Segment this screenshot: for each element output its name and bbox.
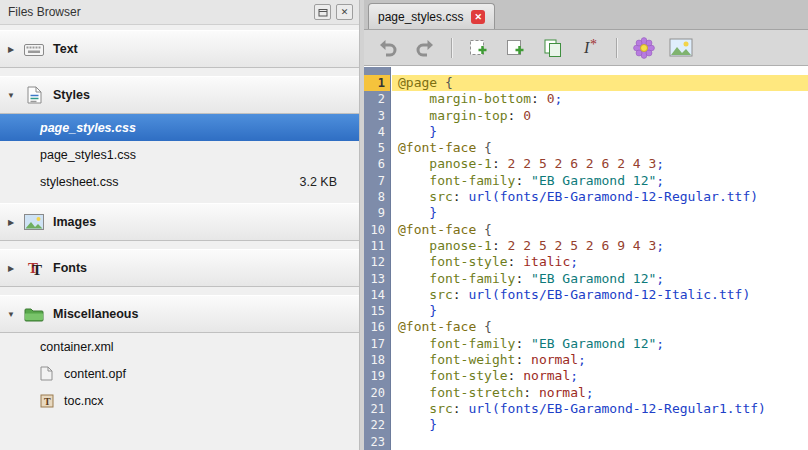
tab-bar: page_styles.css ✕ bbox=[364, 0, 808, 30]
line-number: 21 bbox=[364, 401, 390, 417]
line-number: 14 bbox=[364, 287, 390, 303]
section-label: Styles bbox=[53, 88, 90, 102]
add-existing-file-icon bbox=[468, 37, 490, 59]
file-item-content.opf[interactable]: content.opf bbox=[0, 360, 359, 387]
line-number: 17 bbox=[364, 336, 390, 352]
special-characters-flower-button[interactable] bbox=[630, 34, 658, 62]
add-blank-file-button[interactable] bbox=[502, 34, 530, 62]
chevron-down-icon[interactable]: ▼ bbox=[0, 91, 22, 100]
tab-page-styles-css[interactable]: page_styles.css ✕ bbox=[368, 3, 495, 29]
file-tree: ▶Text▼Stylespage_styles.csspage_styles1.… bbox=[0, 25, 359, 450]
add-existing-file-button[interactable] bbox=[465, 34, 493, 62]
code-line-8[interactable]: src: url(fonts/EB-Garamond-12-Regular.tt… bbox=[392, 189, 808, 205]
undo-icon bbox=[377, 37, 399, 59]
sidebar-item-misc[interactable]: ▼Miscellaneous bbox=[0, 295, 359, 333]
file-item-page_styles1.css[interactable]: page_styles1.css bbox=[0, 141, 359, 168]
special-characters-flower-icon bbox=[633, 37, 655, 59]
line-number: 5 bbox=[364, 140, 390, 156]
app-window: Files Browser ✕ ▶Text▼Stylespage_styles.… bbox=[0, 0, 808, 450]
file-item-stylesheet.css[interactable]: stylesheet.css3.2 KB bbox=[0, 168, 359, 195]
code-line-20[interactable]: font-stretch: normal; bbox=[392, 385, 808, 401]
font-t-icon: TT bbox=[22, 258, 46, 278]
line-number: 10 bbox=[364, 222, 390, 238]
code-line-10[interactable]: @font-face { bbox=[392, 222, 808, 238]
code-line-15[interactable]: } bbox=[392, 303, 808, 319]
sidebar-item-styles[interactable]: ▼Styles bbox=[0, 76, 359, 114]
code-line-3[interactable]: margin-top: 0 bbox=[392, 108, 808, 124]
insert-image-button[interactable] bbox=[667, 34, 695, 62]
line-number: 2 bbox=[364, 91, 390, 107]
code-line-16[interactable]: @font-face { bbox=[392, 319, 808, 335]
t-doc-icon: T bbox=[40, 394, 58, 408]
tree-section-misc: ▼Miscellaneouscontainer.xmlcontent.opfTt… bbox=[0, 295, 359, 414]
files-browser-panel: Files Browser ✕ ▶Text▼Stylespage_styles.… bbox=[0, 0, 360, 450]
file-item-toc.ncx[interactable]: Ttoc.ncx bbox=[0, 387, 359, 414]
folder-icon bbox=[22, 304, 46, 324]
code-line-18[interactable]: font-weight: normal; bbox=[392, 352, 808, 368]
code-line-1[interactable]: @page { bbox=[392, 75, 808, 91]
sidebar-item-fonts[interactable]: ▶TTFonts bbox=[0, 249, 359, 287]
redo-icon bbox=[414, 37, 436, 59]
code-line-22[interactable]: } bbox=[392, 417, 808, 433]
code-editor[interactable]: 1234567891011121314151617181920212223 @p… bbox=[364, 67, 808, 450]
chevron-right-icon[interactable]: ▶ bbox=[0, 218, 22, 227]
chevron-right-icon[interactable]: ▶ bbox=[0, 264, 22, 273]
svg-text:T: T bbox=[32, 262, 42, 278]
code-line-5[interactable]: @font-face { bbox=[392, 140, 808, 156]
line-number: 11 bbox=[364, 238, 390, 254]
code-line-6[interactable]: panose-1: 2 2 5 2 6 2 6 2 4 3; bbox=[392, 156, 808, 172]
code-line-4[interactable]: } bbox=[392, 124, 808, 140]
file-name: page_styles.css bbox=[40, 121, 136, 135]
chevron-right-icon[interactable]: ▶ bbox=[0, 45, 22, 54]
code-line-7[interactable]: font-family: "EB Garamond 12"; bbox=[392, 173, 808, 189]
files-browser-titlebar: Files Browser ✕ bbox=[0, 0, 359, 25]
file-name: container.xml bbox=[40, 340, 114, 354]
code-line-13[interactable]: font-family: "EB Garamond 12"; bbox=[392, 271, 808, 287]
copy-button[interactable] bbox=[539, 34, 567, 62]
line-number: 9 bbox=[364, 205, 390, 221]
float-icon bbox=[318, 8, 328, 17]
chevron-down-icon[interactable]: ▼ bbox=[0, 310, 22, 319]
sidebar-item-text[interactable]: ▶Text bbox=[0, 30, 359, 68]
code-line-9[interactable]: } bbox=[392, 205, 808, 221]
line-number: 20 bbox=[364, 385, 390, 401]
line-number: 6 bbox=[364, 156, 390, 172]
line-number: 23 bbox=[364, 434, 390, 450]
code-line-23[interactable] bbox=[392, 434, 808, 450]
code-line-14[interactable]: src: url(fonts/EB-Garamond-12-Italic.ttf… bbox=[392, 287, 808, 303]
section-label: Fonts bbox=[53, 261, 87, 275]
toolbar-separator bbox=[451, 38, 453, 58]
tree-section-images: ▶Images bbox=[0, 203, 359, 241]
line-number: 19 bbox=[364, 368, 390, 384]
float-panel-button[interactable] bbox=[314, 4, 331, 20]
line-number: 13 bbox=[364, 271, 390, 287]
code-line-2[interactable]: margin-bottom: 0; bbox=[392, 91, 808, 107]
file-item-container.xml[interactable]: container.xml bbox=[0, 333, 359, 360]
svg-text:T: T bbox=[44, 396, 51, 407]
insert-special-character-button[interactable]: I * bbox=[576, 34, 604, 62]
file-name: stylesheet.css bbox=[40, 175, 119, 189]
line-number: 18 bbox=[364, 352, 390, 368]
line-number: 4 bbox=[364, 124, 390, 140]
code-line-17[interactable]: font-family: "EB Garamond 12"; bbox=[392, 336, 808, 352]
svg-text:I: I bbox=[583, 39, 590, 56]
undo-button[interactable] bbox=[374, 34, 402, 62]
redo-button[interactable] bbox=[411, 34, 439, 62]
sidebar-item-images[interactable]: ▶Images bbox=[0, 203, 359, 241]
line-number: 8 bbox=[364, 189, 390, 205]
code-line-12[interactable]: font-style: italic; bbox=[392, 254, 808, 270]
insert-special-character-icon: I * bbox=[579, 37, 601, 59]
tree-section-text: ▶Text bbox=[0, 30, 359, 68]
file-item-page_styles.css[interactable]: page_styles.css bbox=[0, 114, 359, 141]
close-panel-button[interactable]: ✕ bbox=[336, 4, 353, 20]
code-line-19[interactable]: font-style: normal; bbox=[392, 368, 808, 384]
toolbar-separator bbox=[616, 38, 618, 58]
tab-close-button[interactable]: ✕ bbox=[471, 10, 485, 24]
code-line-11[interactable]: panose-1: 2 2 5 2 5 2 6 9 4 3; bbox=[392, 238, 808, 254]
close-icon: ✕ bbox=[341, 7, 349, 17]
file-name: page_styles1.css bbox=[40, 148, 136, 162]
insert-image-icon bbox=[669, 38, 693, 58]
code-line-21[interactable]: src: url(fonts/EB-Garamond-12-Regular1.t… bbox=[392, 401, 808, 417]
stylesheet-icon bbox=[22, 85, 46, 105]
code-area[interactable]: @page { margin-bottom: 0; margin-top: 0 … bbox=[392, 67, 808, 450]
